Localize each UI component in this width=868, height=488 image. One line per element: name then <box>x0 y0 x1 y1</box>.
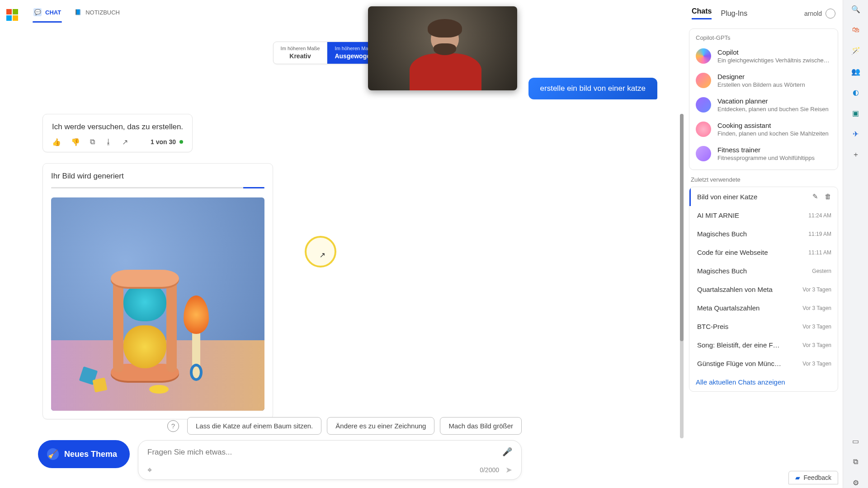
rail-settings-icon[interactable]: ⚙ <box>850 477 861 488</box>
recent-item-8[interactable]: Song: Bleistift, der eine Füllfeder sein… <box>689 336 838 354</box>
gpt-icon <box>696 73 711 88</box>
status-dot-icon <box>179 140 183 144</box>
send-icon[interactable]: ➤ <box>505 465 512 475</box>
tab-notebook[interactable]: 📘 NOTIZBUCH <box>73 5 121 23</box>
new-topic-icon: 🧹 <box>47 448 59 460</box>
account-name[interactable]: arnold <box>804 9 835 19</box>
edit-icon[interactable]: ✎ <box>812 192 818 201</box>
recent-timestamp: 11:11 AM <box>808 249 831 256</box>
suggestion-1[interactable]: Lass die Katze auf einem Baum sitzen. <box>187 417 321 435</box>
top-nav: 💬 CHAT 📘 NOTIZBUCH <box>24 0 684 23</box>
gpt-desc: Entdecken, planen und buchen Sie Reisen <box>717 106 829 113</box>
copilot-gpt-panel: Copilot-GPTs CopilotEin gleichgewichtige… <box>689 28 838 170</box>
gpt-name: Cooking assistant <box>717 122 829 129</box>
gpt-item-2[interactable]: Vacation plannerEntdecken, planen und bu… <box>689 93 838 117</box>
rail-send-icon[interactable]: ✈ <box>850 128 861 139</box>
gpt-item-0[interactable]: CopilotEin gleichgewichtiges Verhältnis … <box>689 44 838 68</box>
suggestion-row: ? Lass die Katze auf einem Baum sitzen. … <box>167 417 522 435</box>
feedback-button[interactable]: ▰ Feedback <box>788 471 838 484</box>
recent-heading: Zuletzt verwendete <box>689 174 838 183</box>
right-tab-plugins[interactable]: Plug-Ins <box>721 9 747 18</box>
image-generation-card: Ihr Bild wird generiert <box>42 163 273 419</box>
generating-label: Ihr Bild wird generiert <box>51 172 264 181</box>
rail-people-icon[interactable]: 👥 <box>850 66 861 77</box>
gpt-item-1[interactable]: DesignerErstellen von Bildern aus Wörter… <box>689 68 838 93</box>
recent-timestamp: Vor 3 Tagen <box>802 286 831 293</box>
recent-title: Magisches Buch <box>697 230 747 238</box>
recent-timestamp: Vor 3 Tagen <box>802 342 831 348</box>
gpt-icon <box>696 122 711 137</box>
thumbs-up-icon[interactable]: 👍 <box>52 138 61 146</box>
suggestion-3[interactable]: Mach das Bild größer <box>440 417 522 435</box>
rail-tools-icon[interactable]: 🪄 <box>850 45 861 56</box>
recent-chats-list: Bild von einer Katze✎🗑AI MIT ARNIE11:24 … <box>689 187 838 392</box>
gpt-name: Designer <box>717 73 805 80</box>
share-icon[interactable]: ↗ <box>122 138 128 146</box>
gpt-name: Copilot <box>717 48 830 56</box>
right-sidebar: Chats Plug-Ins arnold Copilot-GPTs Copil… <box>684 0 843 488</box>
feedback-icon: ▰ <box>795 474 800 481</box>
ask-input-container: 🎤 ⌖ 0/2000 ➤ <box>138 440 522 480</box>
microsoft-logo <box>6 9 18 21</box>
show-all-chats-link[interactable]: Alle aktuellen Chats anzeigen <box>689 373 838 391</box>
recent-item-5[interactable]: Quartalszahlen von MetaVor 3 Tagen <box>689 280 838 299</box>
recent-item-7[interactable]: BTC-PreisVor 3 Tagen <box>689 317 838 336</box>
rail-shopping-icon[interactable]: 🛍 <box>850 24 861 35</box>
gpt-desc: Erstellen von Bildern aus Wörtern <box>717 81 805 88</box>
download-icon[interactable]: ⭳ <box>105 138 112 146</box>
tab-notebook-label: NOTIZBUCH <box>85 9 120 16</box>
rail-add-icon[interactable]: ＋ <box>850 149 861 160</box>
char-counter: 0/2000 <box>480 466 499 474</box>
gpt-item-3[interactable]: Cooking assistantFinden, planen und koch… <box>689 117 838 141</box>
recent-timestamp: 11:24 AM <box>808 212 831 219</box>
new-topic-button[interactable]: 🧹 Neues Thema <box>38 440 130 468</box>
recent-item-6[interactable]: Meta QuartalszahlenVor 3 Tagen <box>689 299 838 317</box>
recent-item-2[interactable]: Magisches Buch11:19 AM <box>689 225 838 243</box>
rail-search-icon[interactable]: 🔍 <box>850 4 861 14</box>
user-message: erstelle ein bild von einer katze <box>528 78 657 99</box>
rail-copilot-icon[interactable]: ◐ <box>850 87 861 98</box>
recent-item-9[interactable]: Günstige Flüge von München nach FraVor 3… <box>689 354 838 373</box>
recent-title: Bild von einer Katze <box>697 193 757 201</box>
rail-game-icon[interactable]: ▣ <box>850 108 861 118</box>
response-counter: 1 von 30 <box>151 138 183 145</box>
generation-progress <box>51 187 264 188</box>
suggestion-2[interactable]: Ändere es zu einer Zeichnung <box>327 417 434 435</box>
gpt-item-4[interactable]: Fitness trainerFitnessprogramme und Wohl… <box>689 141 838 166</box>
microphone-icon[interactable]: 🎤 <box>502 447 512 457</box>
copy-icon[interactable]: ⧉ <box>90 138 95 146</box>
gpt-name: Vacation planner <box>717 97 829 105</box>
style-creative[interactable]: Im höheren Maße Kreativ <box>274 42 327 64</box>
tab-chat[interactable]: 💬 CHAT <box>33 5 62 23</box>
gpt-desc: Fitnessprogramme und Wohlfühltipps <box>717 155 815 161</box>
gpt-desc: Finden, planen und kochen Sie Mahlzeiten <box>717 130 829 137</box>
recent-title: Song: Bleistift, der eine Füllfeder sein… <box>697 341 783 349</box>
chat-icon: 💬 <box>33 8 42 16</box>
recent-title: Magisches Buch <box>697 267 747 275</box>
recent-title: AI MIT ARNIE <box>697 211 739 219</box>
delete-icon[interactable]: 🗑 <box>825 192 831 201</box>
notebook-icon: 📘 <box>74 8 82 16</box>
recent-item-4[interactable]: Magisches BuchGestern <box>689 262 838 280</box>
vertical-scrollbar[interactable] <box>680 114 684 438</box>
visual-search-icon[interactable]: ⌖ <box>147 465 152 475</box>
gpt-desc: Ein gleichgewichtiges Verhältnis zwische… <box>717 57 830 64</box>
recent-title: Code für eine Webseite <box>697 249 768 256</box>
recent-item-3[interactable]: Code für eine Webseite11:11 AM <box>689 243 838 262</box>
cursor-highlight <box>305 236 336 267</box>
right-tab-chats[interactable]: Chats <box>692 7 712 19</box>
rail-popout-icon[interactable]: ⧉ <box>850 456 861 467</box>
recent-timestamp: 11:19 AM <box>808 231 831 237</box>
help-icon[interactable]: ? <box>167 420 179 432</box>
rail-history-icon[interactable]: ▭ <box>850 436 861 446</box>
recent-item-0[interactable]: Bild von einer Katze✎🗑 <box>689 187 838 206</box>
recent-title: Meta Quartalszahlen <box>697 304 760 312</box>
assistant-message-card: Ich werde versuchen, das zu erstellen. 👍… <box>42 114 193 152</box>
ask-input[interactable] <box>147 448 512 457</box>
tab-chat-label: CHAT <box>45 9 61 16</box>
thumbs-down-icon[interactable]: 👎 <box>71 138 80 146</box>
gpt-icon <box>696 146 711 161</box>
app-logo-strip <box>0 0 24 488</box>
recent-item-1[interactable]: AI MIT ARNIE11:24 AM <box>689 206 838 225</box>
avatar-icon <box>826 9 835 19</box>
